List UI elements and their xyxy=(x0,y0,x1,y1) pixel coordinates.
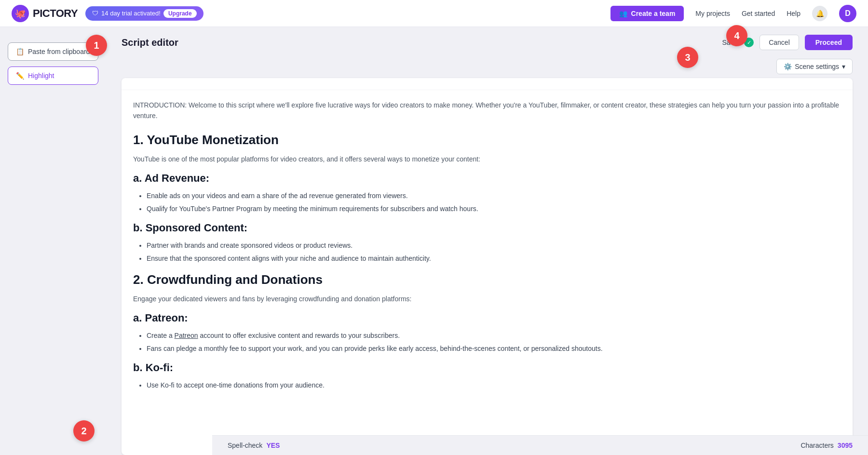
trial-badge: 🛡 14 day trial activated! Upgrade xyxy=(85,6,203,21)
highlight-label: Highlight xyxy=(28,72,54,80)
section-1b-heading: b. Sponsored Content: xyxy=(133,219,841,236)
scene-settings-button[interactable]: ⚙️ Scene settings ▾ xyxy=(776,59,853,74)
top-navigation: 🐙 PICTORY 🛡 14 day trial activated! Upgr… xyxy=(0,0,868,27)
proceed-button[interactable]: Proceed xyxy=(805,35,853,50)
list-item: Use Ko-fi to accept one-time donations f… xyxy=(147,380,841,390)
paste-from-clipboard-label: Paste from clipboard xyxy=(28,48,90,55)
trial-icon: 🛡 xyxy=(92,10,98,17)
section-2a-heading: a. Patreon: xyxy=(133,309,841,326)
bottom-bar: Spell-check YES Characters 3095 xyxy=(212,435,868,455)
section-1-heading: 1. YouTube Monetization xyxy=(133,130,841,150)
help-link[interactable]: Help xyxy=(787,10,800,17)
logo-icon: 🐙 xyxy=(12,5,29,22)
patreon-link: Patreon xyxy=(175,332,198,339)
highlight-icon: ✏️ xyxy=(16,72,24,80)
my-projects-link[interactable]: My projects xyxy=(695,10,730,17)
list-item: Partner with brands and create sponsored… xyxy=(147,240,841,251)
people-icon: 👥 xyxy=(619,10,627,17)
spell-check-value[interactable]: YES xyxy=(266,442,280,449)
logo-text: PICTORY xyxy=(33,7,78,20)
section-1-desc: YouTube is one of the most popular platf… xyxy=(133,154,841,164)
trial-text: 14 day trial activated! xyxy=(101,10,161,17)
nav-right: 👥 Create a team My projects Get started … xyxy=(610,5,856,22)
step-badge-1: 1 xyxy=(86,35,107,56)
create-team-label: Create a team xyxy=(631,10,676,17)
gear-icon: ⚙️ xyxy=(784,63,792,70)
section-1a-list: Enable ads on your videos and earn a sha… xyxy=(133,190,841,214)
logo: 🐙 PICTORY xyxy=(12,5,78,22)
section-2b-heading: b. Ko-fi: xyxy=(133,359,841,376)
spell-check: Spell-check YES xyxy=(228,442,280,449)
sidebar: 📋 Paste from clipboard ✏️ Highlight xyxy=(0,27,106,455)
notification-bell[interactable]: 🔔 xyxy=(812,6,827,21)
section-2b-list: Use Ko-fi to accept one-time donations f… xyxy=(133,380,841,390)
step-badge-3: 3 xyxy=(677,47,698,68)
section-2-heading: 2. Crowdfunding and Donations xyxy=(133,270,841,290)
upgrade-button[interactable]: Upgrade xyxy=(163,9,197,18)
editor-header: Script editor Saved ✓ Cancel Proceed xyxy=(106,27,868,56)
editor-title: Script editor xyxy=(122,37,178,48)
highlight-button[interactable]: ✏️ Highlight xyxy=(8,67,98,85)
chevron-down-icon: ▾ xyxy=(842,63,845,70)
scene-settings-label: Scene settings xyxy=(795,63,839,70)
avatar[interactable]: D xyxy=(839,5,856,22)
editor-content[interactable]: INTRODUCTION: Welcome to this script whe… xyxy=(122,90,853,444)
editor-box: INTRODUCTION: Welcome to this script whe… xyxy=(122,78,853,455)
section-2-desc: Engage your dedicated viewers and fans b… xyxy=(133,294,841,304)
list-item: Fans can pledge a monthly fee to support… xyxy=(147,343,841,354)
characters-count: 3095 xyxy=(838,442,853,449)
section-1a-heading: a. Ad Revenue: xyxy=(133,170,841,187)
characters-label: Characters xyxy=(800,442,833,449)
intro-text: INTRODUCTION: Welcome to this script whe… xyxy=(133,100,841,121)
nav-left: 🐙 PICTORY 🛡 14 day trial activated! Upgr… xyxy=(12,5,203,22)
section-2a-list: Create a Patreon account to offer exclus… xyxy=(133,330,841,354)
list-item: Qualify for YouTube's Partner Program by… xyxy=(147,203,841,214)
content-area: Script editor Saved ✓ Cancel Proceed ⚙️ … xyxy=(106,27,868,455)
get-started-link[interactable]: Get started xyxy=(742,10,775,17)
main-layout: 📋 Paste from clipboard ✏️ Highlight Scri… xyxy=(0,27,868,455)
create-team-button[interactable]: 👥 Create a team xyxy=(610,6,684,21)
list-item: Ensure that the sponsored content aligns… xyxy=(147,253,841,264)
section-1b-list: Partner with brands and create sponsored… xyxy=(133,240,841,264)
step-badge-4: 4 xyxy=(726,25,747,46)
clipboard-icon: 📋 xyxy=(16,48,24,55)
script-title xyxy=(122,78,853,90)
editor-toolbar: ⚙️ Scene settings ▾ xyxy=(106,56,868,78)
paste-from-clipboard-button[interactable]: 📋 Paste from clipboard xyxy=(8,42,98,61)
char-count: Characters 3095 xyxy=(800,442,853,449)
cancel-button[interactable]: Cancel xyxy=(760,35,799,50)
list-item: Create a Patreon account to offer exclus… xyxy=(147,330,841,341)
list-item: Enable ads on your videos and earn a sha… xyxy=(147,190,841,201)
spell-check-label: Spell-check xyxy=(228,442,262,449)
step-badge-2: 2 xyxy=(73,420,95,442)
